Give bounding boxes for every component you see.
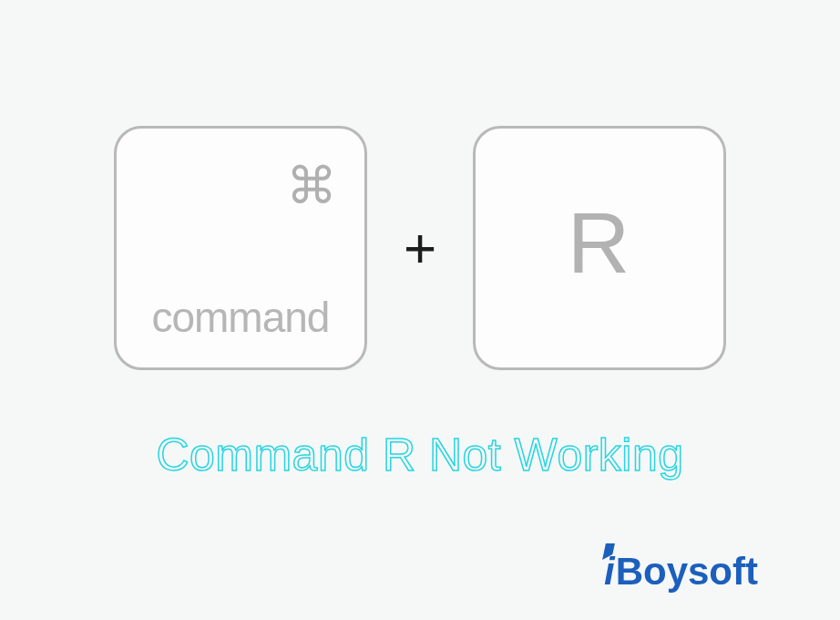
brand-logo: i Boysoft bbox=[604, 553, 758, 591]
keys-row: ⌘ command + R bbox=[0, 126, 840, 370]
key-r: R bbox=[473, 126, 726, 370]
brand-text-rest: Boysoft bbox=[616, 553, 758, 591]
key-r-label: R bbox=[568, 193, 632, 293]
key-command: ⌘ command bbox=[114, 126, 367, 370]
key-command-label: command bbox=[117, 293, 364, 342]
command-icon: ⌘ bbox=[286, 160, 337, 212]
brand-accent-icon: i bbox=[604, 553, 615, 591]
plus-icon: + bbox=[404, 220, 436, 276]
illustration-canvas: ⌘ command + R Command R Not Working i Bo… bbox=[0, 0, 840, 620]
page-title: Command R Not Working bbox=[0, 429, 840, 481]
